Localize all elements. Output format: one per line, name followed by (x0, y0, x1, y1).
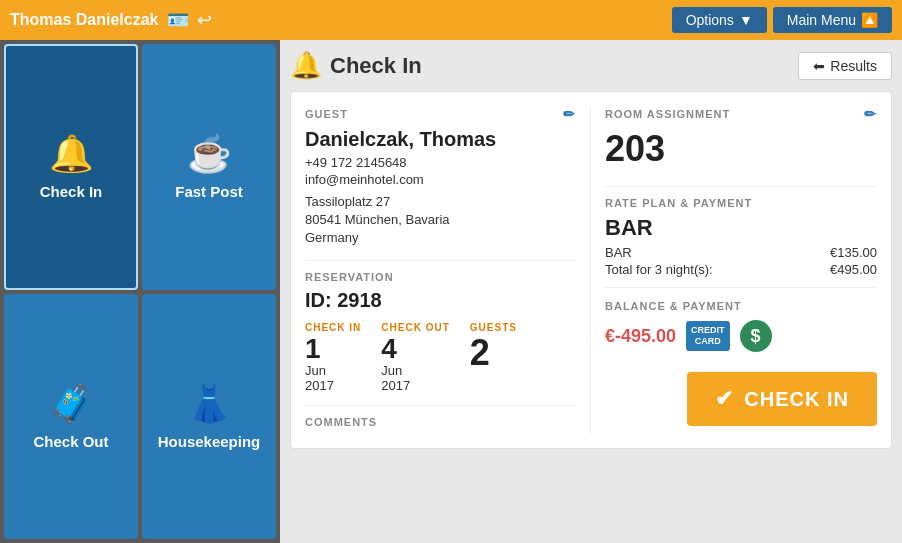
comments-section-label: COMMENTS (305, 416, 576, 428)
checkout-date-group: CHECK OUT 4 Jun 2017 (381, 322, 449, 393)
main-menu-button[interactable]: Main Menu 🔼 (773, 7, 892, 33)
sidebar-item-label: Housekeeping (158, 433, 261, 450)
reservation-id: ID: 2918 (305, 289, 576, 312)
checkin-day: 1 (305, 335, 361, 363)
checkout-sublabel: CHECK OUT (381, 322, 449, 333)
results-button[interactable]: ⬅ Results (798, 52, 892, 80)
guests-sublabel: GUESTS (470, 322, 517, 333)
content-area: 🔔 Check In ⬅ Results GUEST ✏ Danielczak,… (280, 40, 902, 543)
total-amount: €495.00 (830, 262, 877, 277)
left-arrow-icon: ⬅ (813, 58, 825, 74)
guest-section-label: GUEST ✏ (305, 106, 576, 122)
balance-section-label: BALANCE & PAYMENT (605, 300, 877, 312)
credit-card-badge[interactable]: CREDITCARD (686, 321, 730, 351)
reservation-section: RESERVATION ID: 2918 CHECK IN 1 Jun 2017… (305, 260, 576, 393)
room-number: 203 (605, 128, 877, 170)
rate-plan-section-label: RATE PLAN & PAYMENT (605, 197, 877, 209)
room-edit-icon[interactable]: ✏ (864, 106, 877, 122)
checkin-date-group: CHECK IN 1 Jun 2017 (305, 322, 361, 393)
sidebar-item-housekeeping[interactable]: 👗 Housekeeping (142, 294, 276, 540)
balance-divider (605, 287, 877, 288)
exit-icon[interactable]: ↩ (197, 9, 212, 31)
cash-payment-button[interactable]: $ (740, 320, 772, 352)
checkin-sublabel: CHECK IN (305, 322, 361, 333)
rate-plan-name: BAR (605, 215, 877, 241)
checkin-month: Jun (305, 363, 361, 378)
comments-section: COMMENTS (305, 405, 576, 428)
guest-email: info@meinhotel.com (305, 172, 576, 187)
sidebar-item-label: Check Out (33, 433, 108, 450)
checkin-year: 2017 (305, 378, 361, 393)
page-title: 🔔 Check In (290, 50, 422, 81)
checkin-button-wrap: ✔ CHECK IN (605, 372, 877, 426)
options-button[interactable]: Options ▼ (672, 7, 767, 33)
top-bar-right: Options ▼ Main Menu 🔼 (672, 7, 892, 33)
address-line2: 80541 München, Bavaria (305, 211, 576, 229)
rate-label: BAR (605, 245, 632, 260)
sidebar-item-check-in[interactable]: 🔔 Check In (4, 44, 138, 290)
guest-name: Danielczak, Thomas (305, 128, 576, 151)
right-column: ROOM ASSIGNMENT ✏ 203 RATE PLAN & PAYMEN… (591, 106, 877, 434)
bell-icon: 🔔 (49, 133, 94, 175)
guests-group: GUESTS 2 (470, 322, 517, 371)
guest-edit-icon[interactable]: ✏ (563, 106, 576, 122)
luggage-icon: 🧳 (49, 383, 94, 425)
top-bar-left: Thomas Danielczak 🪪 ↩ (10, 9, 212, 31)
balance-amount: €-495.00 (605, 326, 676, 347)
checkout-year: 2017 (381, 378, 449, 393)
address-line1: Tassiloplatz 27 (305, 193, 576, 211)
total-label: Total for 3 night(s): (605, 262, 713, 277)
badge-icon: 🪪 (167, 9, 189, 31)
total-row: Total for 3 night(s): €495.00 (605, 262, 877, 277)
checkin-checkmark-icon: ✔ (715, 386, 734, 412)
left-column: GUEST ✏ Danielczak, Thomas +49 172 21456… (305, 106, 591, 434)
reservation-dates: CHECK IN 1 Jun 2017 CHECK OUT 4 Jun 2017 (305, 322, 576, 393)
sidebar-item-fast-post[interactable]: ☕ Fast Post (142, 44, 276, 290)
address-line3: Germany (305, 229, 576, 247)
hanger-icon: 👗 (187, 383, 232, 425)
up-icon: 🔼 (861, 12, 878, 28)
checkout-day: 4 (381, 335, 449, 363)
main-layout: 🔔 Check In ☕ Fast Post 🧳 Check Out 👗 Hou… (0, 40, 902, 543)
bell-large-icon: 🔔 (290, 50, 322, 81)
checkin-button[interactable]: ✔ CHECK IN (687, 372, 877, 426)
coffee-icon: ☕ (187, 133, 232, 175)
guest-address: Tassiloplatz 27 80541 München, Bavaria G… (305, 193, 576, 248)
main-card: GUEST ✏ Danielczak, Thomas +49 172 21456… (290, 91, 892, 449)
reservation-section-label: RESERVATION (305, 271, 576, 283)
sidebar-item-label: Check In (40, 183, 103, 200)
room-section-label: ROOM ASSIGNMENT ✏ (605, 106, 877, 122)
page-header: 🔔 Check In ⬅ Results (290, 50, 892, 81)
guest-phone: +49 172 2145648 (305, 155, 576, 170)
sidebar-item-check-out[interactable]: 🧳 Check Out (4, 294, 138, 540)
balance-row: €-495.00 CREDITCARD $ (605, 320, 877, 352)
chevron-down-icon: ▼ (739, 12, 753, 28)
sidebar: 🔔 Check In ☕ Fast Post 🧳 Check Out 👗 Hou… (0, 40, 280, 543)
checkout-month: Jun (381, 363, 449, 378)
rate-amount: €135.00 (830, 245, 877, 260)
rate-divider (605, 186, 877, 187)
user-name: Thomas Danielczak (10, 11, 159, 29)
rate-row: BAR €135.00 (605, 245, 877, 260)
sidebar-item-label: Fast Post (175, 183, 243, 200)
top-bar: Thomas Danielczak 🪪 ↩ Options ▼ Main Men… (0, 0, 902, 40)
guests-count: 2 (470, 335, 517, 371)
